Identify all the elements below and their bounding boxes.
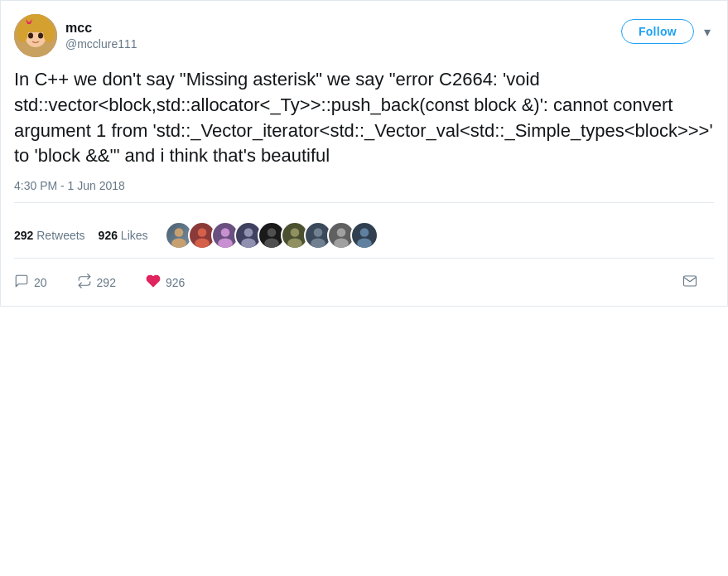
user-handle: @mcclure111 xyxy=(65,36,137,51)
svg-point-23 xyxy=(334,239,349,249)
svg-point-9 xyxy=(171,239,186,249)
retweet-stat[interactable]: 292 Retweets xyxy=(14,229,85,242)
reply-icon xyxy=(14,273,29,291)
likes-stat[interactable]: 926 Likes xyxy=(99,229,148,242)
retweet-label: Retweets xyxy=(36,229,84,242)
likes-count: 926 xyxy=(99,229,118,242)
tweet-header-right: Follow ▾ xyxy=(621,19,714,44)
svg-point-12 xyxy=(220,228,229,237)
svg-point-8 xyxy=(174,228,183,237)
svg-point-10 xyxy=(197,228,206,237)
tweet-card: mcc @mcclure111 Follow ▾ In C++ we don't… xyxy=(0,0,728,307)
avatar[interactable] xyxy=(14,14,57,57)
user-info: mcc @mcclure111 xyxy=(65,20,137,52)
like-action-count: 926 xyxy=(166,276,185,289)
svg-rect-5 xyxy=(21,21,51,32)
display-name: mcc xyxy=(65,20,137,37)
svg-point-25 xyxy=(357,239,372,249)
svg-point-14 xyxy=(243,228,253,237)
reply-count: 20 xyxy=(34,276,47,289)
tweet-body: In C++ we don't say "Missing asterisk" w… xyxy=(14,67,714,169)
follow-button[interactable]: Follow xyxy=(621,19,694,44)
svg-point-22 xyxy=(336,228,345,237)
svg-point-17 xyxy=(264,239,279,249)
svg-point-13 xyxy=(218,239,233,249)
retweet-action[interactable]: 292 xyxy=(77,267,129,298)
tweet-actions: 20 292 926 xyxy=(14,259,714,306)
tweet-header-left: mcc @mcclure111 xyxy=(14,14,137,57)
svg-point-19 xyxy=(287,239,302,249)
chevron-down-icon[interactable]: ▾ xyxy=(701,21,714,43)
svg-point-16 xyxy=(267,228,276,237)
svg-point-20 xyxy=(313,228,322,237)
mail-action[interactable] xyxy=(682,267,697,298)
liker-avatars xyxy=(165,221,378,249)
likes-label: Likes xyxy=(121,229,148,242)
tweet-stats: 292 Retweets 926 Likes xyxy=(14,213,714,259)
like-action[interactable]: 926 xyxy=(146,267,198,298)
svg-point-21 xyxy=(311,239,325,249)
svg-point-7 xyxy=(38,33,43,39)
retweet-action-count: 292 xyxy=(97,276,116,289)
stats-numbers: 292 Retweets 926 Likes xyxy=(14,229,148,242)
retweet-count: 292 xyxy=(14,229,33,242)
svg-point-24 xyxy=(359,228,369,237)
svg-point-11 xyxy=(195,239,210,249)
heart-icon xyxy=(146,273,161,291)
reply-action[interactable]: 20 xyxy=(14,267,60,298)
liker-avatar-9 xyxy=(350,221,378,249)
svg-point-15 xyxy=(241,239,256,249)
svg-point-6 xyxy=(28,33,33,39)
svg-point-18 xyxy=(290,228,299,237)
tweet-header: mcc @mcclure111 Follow ▾ xyxy=(14,14,714,57)
retweet-icon xyxy=(77,273,92,291)
tweet-timestamp: 4:30 PM - 1 Jun 2018 xyxy=(14,179,714,203)
mail-icon xyxy=(682,273,697,291)
